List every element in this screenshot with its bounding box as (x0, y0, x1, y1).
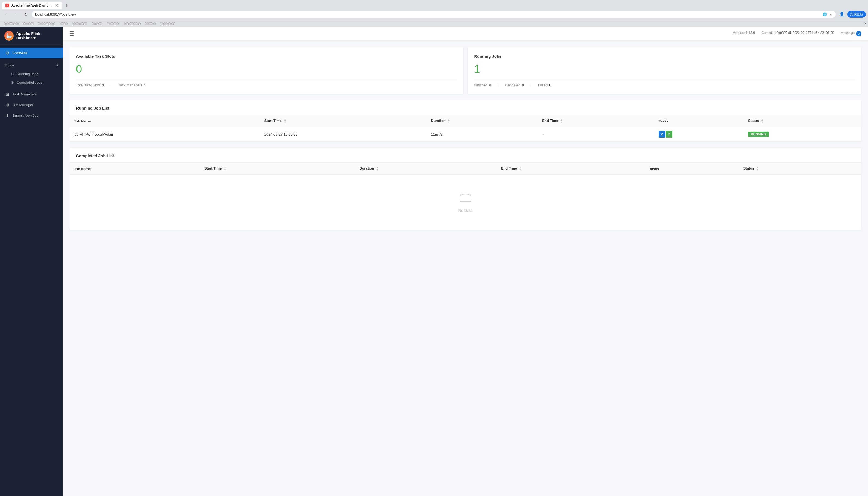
tasks-badges: 2 2 (659, 131, 739, 138)
sidebar-item-running-jobs[interactable]: ⊙ Running Jobs (0, 70, 63, 78)
sidebar-item-overview[interactable]: ⊙ Overview (0, 48, 63, 58)
running-jobs-table-header: Job Name Start Time ▲▼ Duration ▲▼ (69, 115, 862, 127)
message-label: Message: (841, 31, 855, 36)
job-manager-icon: ⊕ (4, 102, 10, 107)
profile-button[interactable]: 👤 (838, 11, 846, 18)
sidebar-sub-label: Completed Jobs (17, 80, 42, 84)
col-status[interactable]: Status ▲▼ (739, 163, 862, 175)
jobs-icon: ≡ (4, 63, 7, 67)
new-tab-button[interactable]: + (63, 2, 70, 9)
col-job-name[interactable]: Job Name (69, 115, 260, 127)
cell-tasks: 2 2 (654, 127, 744, 142)
col-end-time[interactable]: End Time ▲▼ (497, 163, 645, 175)
bookmark-icon[interactable]: ★ (829, 12, 833, 16)
task-managers-value: 1 (144, 83, 146, 87)
sort-icon: ▲▼ (519, 166, 521, 171)
sidebar-nav: ⊙ Overview ≡ Jobs ∧ ⊙ Running Jobs ⊙ Com… (0, 45, 63, 496)
browser-actions: 👤 完成更新 (838, 11, 866, 18)
sidebar-item-job-manager[interactable]: ⊕ Job Manager (0, 99, 63, 110)
logo-icon: 🦢 (4, 31, 14, 41)
task-slots-card: Available Task Slots 0 Total Task Slots … (69, 47, 463, 94)
sidebar-sub-label: Running Jobs (17, 72, 38, 76)
bookmark-item[interactable]: ░░░░░░░ (159, 21, 177, 26)
jobs-label: Jobs (7, 63, 14, 67)
bookmark-item[interactable]: ░░░░░░░░ (122, 21, 142, 26)
overview-icon: ⊙ (4, 50, 10, 56)
col-tasks[interactable]: Tasks (654, 115, 744, 127)
tab-title: Apache Flink Web Dashboarc (12, 3, 52, 7)
bookmarks-chevron[interactable]: › (865, 21, 866, 26)
bookmarks-bar: ░░░░░░░ ░░░░░ ░░░░░░░░ ░░░░ ░░░░░░░ ░░░░… (0, 20, 868, 27)
message-count-badge: 0 (856, 31, 862, 36)
completed-job-list-title: Completed Job List (69, 148, 862, 163)
task-badge-blue: 2 (659, 131, 665, 138)
sidebar-item-task-managers[interactable]: ⊞ Task Managers (0, 89, 63, 99)
sidebar-item-submit-new-job[interactable]: ⬇ Submit New Job (0, 110, 63, 121)
task-slots-value: 0 (76, 63, 457, 75)
failed-label: Failed (538, 83, 547, 87)
col-end-time[interactable]: End Time ▲▼ (538, 115, 654, 127)
commit-label: Commit: (761, 31, 774, 36)
bookmark-item[interactable]: ░░░░░░░ (2, 21, 20, 26)
tab-close-button[interactable]: ✕ (55, 3, 59, 7)
finished-value: 0 (489, 83, 491, 87)
sort-icon: ▲▼ (376, 166, 379, 171)
app-container: 🦢 Apache Flink Dashboard ⊙ Overview ≡ Jo… (0, 27, 868, 496)
finished-label: Finished (474, 83, 488, 87)
cell-status: RUNNING (744, 127, 862, 142)
sidebar-logo: 🦢 Apache Flink Dashboard (0, 27, 63, 45)
translate-icon: 🌐 (823, 12, 827, 16)
forward-button[interactable]: › (12, 11, 20, 18)
running-jobs-value: 1 (474, 63, 855, 75)
bookmark-item[interactable]: ░░░░░ (90, 21, 104, 26)
cell-duration: 11m 7s (427, 127, 538, 142)
total-task-slots-value: 1 (102, 83, 104, 87)
browser-titlebar: F Apache Flink Web Dashboarc ✕ + (0, 0, 868, 9)
col-start-time[interactable]: Start Time ▲▼ (260, 115, 427, 127)
running-jobs-stats: Finished 0 | Canceled 0 | Failed 0 (474, 80, 855, 87)
running-jobs-table: Job Name Start Time ▲▼ Duration ▲▼ (69, 115, 862, 141)
col-job-name[interactable]: Job Name (69, 163, 200, 175)
cell-end-time: - (538, 127, 654, 142)
bookmark-item[interactable]: ░░░░ (58, 21, 70, 26)
col-start-time[interactable]: Start Time ▲▼ (200, 163, 355, 175)
submit-icon: ⬇ (4, 113, 10, 118)
browser-controls: ‹ › ↻ localhost:8081/#/overview 🌐 ★ 👤 完成… (0, 9, 868, 20)
bookmark-item[interactable]: ░░░░░ (144, 21, 158, 26)
refresh-button[interactable]: ↻ (22, 11, 30, 18)
browser-tab[interactable]: F Apache Flink Web Dashboarc ✕ (2, 2, 62, 9)
address-bar[interactable]: localhost:8081/#/overview 🌐 ★ (32, 11, 836, 18)
canceled-value: 0 (522, 83, 524, 87)
no-data-cell: No Data (69, 175, 862, 230)
status-badge: RUNNING (748, 131, 769, 137)
sort-icon: ▲▼ (448, 119, 450, 124)
finished-stat: Finished 0 (474, 83, 491, 87)
topbar: ☰ Version: 1.13.6 Commit: b2ca390 @ 2022… (63, 27, 868, 41)
task-managers-icon: ⊞ (4, 92, 10, 97)
bookmark-item[interactable]: ░░░░░░░ (71, 21, 89, 26)
bookmark-item[interactable]: ░░░░░ (21, 21, 35, 26)
sort-icon: ▲▼ (756, 166, 759, 171)
sidebar-jobs-header[interactable]: ≡ Jobs ∧ (0, 60, 63, 70)
table-row[interactable]: job-FlinkWithLocalWebui 2024-05-27 16:29… (69, 127, 862, 142)
sidebar: 🦢 Apache Flink Dashboard ⊙ Overview ≡ Jo… (0, 27, 63, 496)
bookmark-item[interactable]: ░░░░░░░░ (37, 21, 57, 26)
col-status[interactable]: Status ▲▼ (744, 115, 862, 127)
total-task-slots-stat: Total Task Slots 1 (76, 83, 104, 87)
col-duration[interactable]: Duration ▲▼ (427, 115, 538, 127)
back-button[interactable]: ‹ (2, 11, 10, 18)
sidebar-item-label: Task Managers (13, 92, 37, 96)
sidebar-item-completed-jobs[interactable]: ⊙ Completed Jobs (0, 78, 63, 87)
running-job-list-title: Running Job List (69, 100, 862, 115)
col-tasks[interactable]: Tasks (645, 163, 739, 175)
completed-jobs-table: Job Name Start Time ▲▼ Duration ▲▼ (69, 163, 862, 230)
menu-toggle-button[interactable]: ☰ (69, 30, 74, 37)
no-data-placeholder: No Data (74, 179, 857, 226)
bookmark-item[interactable]: ░░░░░░ (105, 21, 121, 26)
col-duration[interactable]: Duration ▲▼ (355, 163, 497, 175)
no-data-icon (459, 192, 472, 205)
completed-jobs-table-header: Job Name Start Time ▲▼ Duration ▲▼ (69, 163, 862, 175)
running-job-list-section: Running Job List Job Name Start Time ▲▼ (69, 100, 862, 141)
sidebar-item-label: Overview (13, 51, 27, 55)
update-button[interactable]: 完成更新 (847, 11, 866, 18)
